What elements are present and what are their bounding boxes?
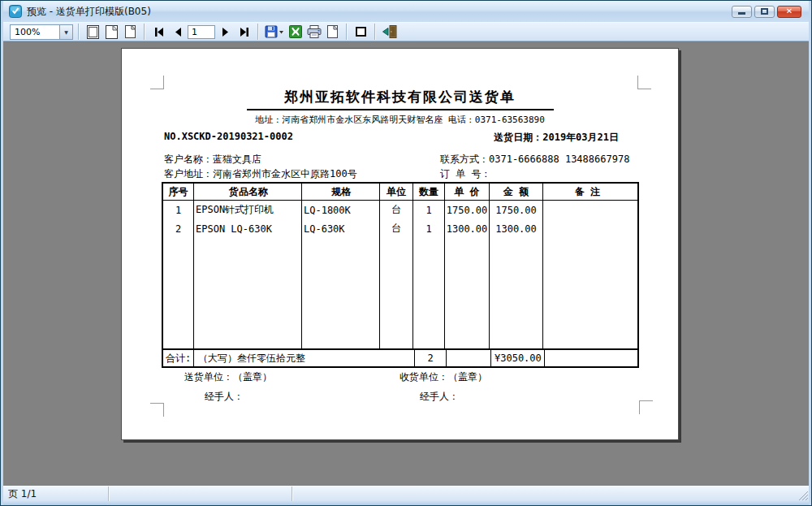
preview-area: 郑州亚拓软件科技有限公司送货单 地址：河南省郑州市金水区东风路明天财智名座 电话… bbox=[3, 41, 809, 486]
cell-note bbox=[543, 201, 632, 219]
document-title: 郑州亚拓软件科技有限公司送货单 bbox=[122, 88, 678, 106]
sender-stamp-label: 送货单位：（盖章） bbox=[184, 370, 272, 384]
whole-page-view-button[interactable] bbox=[84, 24, 102, 40]
customer-name-label: 客户名称： bbox=[164, 154, 213, 165]
total-amount: ¥3050.00 bbox=[491, 350, 545, 366]
close-button[interactable]: ✕ bbox=[777, 6, 801, 18]
customer-name-value: 蓝猫文具店 bbox=[213, 154, 261, 165]
table-body: 1 EPSON针式打印机 LQ-1800K 台 1 1750.00 1750.0… bbox=[163, 201, 637, 348]
save-icon bbox=[266, 26, 277, 37]
statusbar-page-indicator: 页 1/1 bbox=[3, 487, 109, 501]
page-number-input[interactable] bbox=[188, 25, 215, 39]
items-table: 序号 货品名称 规格 单位 数量 单 价 金 额 备 注 1 EPSON针式打印… bbox=[162, 182, 639, 368]
order-number-label: 订 单 号： bbox=[440, 168, 490, 179]
header-unit-price: 单 价 bbox=[445, 184, 490, 200]
actual-size-icon bbox=[125, 25, 136, 38]
receiver-stamp-label: 收货单位：（盖章） bbox=[400, 370, 487, 384]
window-title: 预览 - 送货单打印模版(B05) bbox=[27, 5, 732, 19]
maximize-icon bbox=[761, 8, 768, 15]
zoom-select[interactable]: 100% ▼ bbox=[10, 24, 73, 40]
last-page-button[interactable] bbox=[235, 24, 253, 40]
total-qty: 2 bbox=[415, 350, 447, 366]
header-qty: 数量 bbox=[413, 184, 445, 200]
receiver-handler-label: 经手人： bbox=[420, 390, 459, 404]
minimize-icon bbox=[738, 12, 745, 15]
cell-unit-price: 1750.00 bbox=[445, 201, 490, 219]
export-excel-button[interactable] bbox=[287, 24, 304, 40]
toolbar-separator bbox=[144, 24, 145, 40]
exit-button[interactable] bbox=[381, 24, 398, 40]
table-total-row: 合计: （大写）叁仟零伍拾元整 2 ¥3050.00 bbox=[163, 348, 637, 366]
cell-amount: 1750.00 bbox=[490, 201, 543, 219]
cell-spec: LQ-630K bbox=[302, 219, 380, 238]
header-seq: 序号 bbox=[163, 184, 194, 200]
total-in-words: （大写）叁仟零伍拾元整 bbox=[194, 350, 415, 366]
page-width-view-button[interactable] bbox=[103, 24, 120, 40]
toolbar-separator bbox=[374, 24, 376, 40]
page-width-icon bbox=[106, 25, 118, 39]
cell-note bbox=[543, 219, 632, 238]
last-page-icon bbox=[240, 28, 249, 37]
prev-page-icon bbox=[174, 28, 182, 37]
customer-address-label: 客户地址： bbox=[164, 168, 213, 179]
total-label: 合计: bbox=[163, 350, 194, 366]
table-row: 2 EPSON LQ-630K LQ-630K 台 1 1300.00 1300… bbox=[163, 219, 637, 238]
excel-export-icon bbox=[289, 25, 302, 38]
header-item-name: 货品名称 bbox=[194, 184, 302, 200]
maximize-button[interactable] bbox=[754, 6, 775, 18]
margins-icon bbox=[356, 27, 366, 37]
app-icon bbox=[9, 5, 22, 18]
header-unit: 单位 bbox=[380, 184, 413, 200]
toolbar-separator bbox=[78, 24, 80, 40]
cell-qty: 1 bbox=[413, 219, 445, 238]
customer-address-value: 河南省郑州市金水区中原路100号 bbox=[213, 168, 357, 179]
page-setup-icon bbox=[327, 25, 338, 38]
first-page-button[interactable] bbox=[150, 24, 167, 40]
cell-qty: 1 bbox=[413, 201, 445, 219]
toolbar-separator bbox=[257, 24, 259, 40]
chevron-down-icon: ▼ bbox=[59, 25, 72, 39]
resize-grip[interactable] bbox=[797, 489, 808, 500]
document-number-row: NO.XSCKD-20190321-0002 送货日期：2019年03月21日 bbox=[164, 131, 619, 145]
margin-mark-bottom-right bbox=[639, 400, 653, 414]
next-page-button[interactable] bbox=[217, 24, 234, 40]
statusbar-section bbox=[292, 487, 809, 501]
document-number: NO.XSCKD-20190321-0002 bbox=[164, 131, 293, 145]
next-page-icon bbox=[222, 28, 230, 37]
cell-seq: 1 bbox=[163, 201, 194, 219]
window-bottom-frame bbox=[3, 501, 809, 506]
minimize-button[interactable] bbox=[732, 6, 752, 18]
page-setup-button[interactable] bbox=[324, 24, 341, 40]
save-button[interactable] bbox=[264, 24, 285, 40]
window-controls: ✕ bbox=[732, 6, 801, 18]
header-note: 备 注 bbox=[543, 184, 632, 200]
contact-value: 0371-6666888 13488667978 bbox=[489, 154, 629, 165]
print-icon bbox=[307, 25, 322, 38]
company-address-line: 地址：河南省郑州市金水区东风路明天财智名座 电话：0371-63563890 bbox=[122, 114, 678, 126]
contact-label: 联系方式： bbox=[440, 154, 489, 165]
cell-item-name: EPSON针式打印机 bbox=[194, 201, 302, 219]
print-button[interactable] bbox=[305, 24, 322, 40]
preview-window: 预览 - 送货单打印模版(B05) ✕ 100% ▼ bbox=[0, 0, 812, 506]
margins-toggle-button[interactable] bbox=[352, 24, 369, 40]
document-page: 郑州亚拓软件科技有限公司送货单 地址：河南省郑州市金水区东风路明天财智名座 电话… bbox=[121, 48, 679, 440]
prev-page-button[interactable] bbox=[169, 24, 186, 40]
titlebar[interactable]: 预览 - 送货单打印模版(B05) ✕ bbox=[3, 1, 809, 22]
table-empty-area bbox=[163, 238, 637, 348]
cell-unit: 台 bbox=[380, 201, 413, 219]
margin-mark-bottom-left bbox=[150, 403, 164, 417]
cell-amount: 1300.00 bbox=[490, 219, 543, 238]
first-page-icon bbox=[154, 28, 164, 37]
zoom-value: 100% bbox=[11, 25, 59, 39]
statusbar: 页 1/1 bbox=[3, 486, 809, 501]
actual-size-view-button[interactable] bbox=[122, 24, 139, 40]
cell-unit: 台 bbox=[380, 219, 413, 238]
exit-icon bbox=[382, 25, 397, 38]
total-note bbox=[545, 350, 633, 366]
table-header-row: 序号 货品名称 规格 单位 数量 单 价 金 额 备 注 bbox=[163, 184, 637, 201]
header-amount: 金 额 bbox=[490, 184, 543, 200]
close-icon: ✕ bbox=[786, 7, 793, 15]
cell-spec: LQ-1800K bbox=[302, 201, 380, 219]
save-dropdown-arrow bbox=[279, 31, 283, 34]
cell-seq: 2 bbox=[163, 219, 194, 238]
